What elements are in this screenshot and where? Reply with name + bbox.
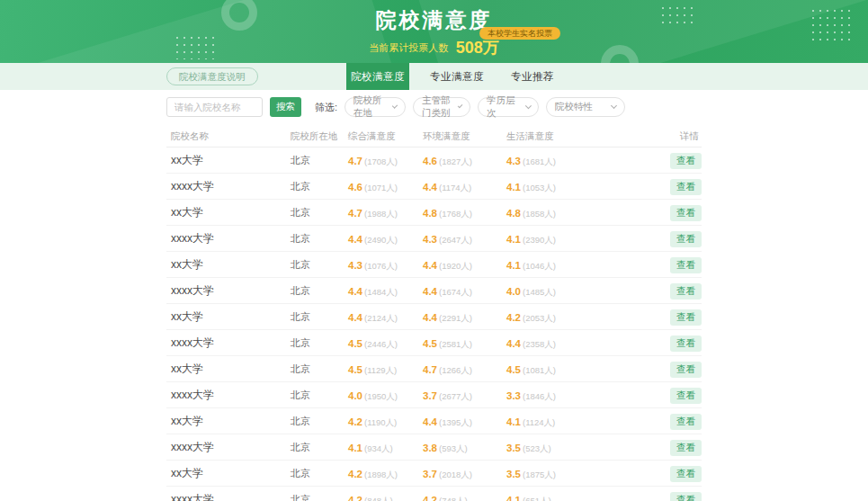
environment-score: 4.6	[423, 156, 437, 166]
college-name: xxxx大学	[171, 179, 291, 194]
life-score: 3.5	[506, 443, 521, 453]
view-details-link[interactable]: 查看	[670, 335, 702, 352]
overall-score: 4.4	[348, 312, 362, 323]
overall-satisfaction-cell: 4.0(1950人)	[348, 387, 423, 403]
environment-score: 3.8	[423, 443, 437, 453]
view-details-link[interactable]: 查看	[670, 257, 702, 273]
environment-score: 4.7	[423, 364, 437, 375]
life-satisfaction-cell: 4.5(1081人)	[506, 361, 614, 377]
filter-dropdown-2[interactable]: 学历层次	[478, 97, 539, 117]
table-row: xxxx大学 北京 4.4(1484人) 4.4(1674人) 4.0(1485…	[166, 278, 702, 304]
table-row: xxxx大学 北京 4.5(2446人) 4.5(2581人) 4.4(2358…	[166, 330, 702, 356]
view-details-link[interactable]: 查看	[670, 309, 702, 326]
overall-vote-count: (1190人)	[364, 417, 397, 427]
college-name: xxxx大学	[171, 283, 291, 299]
life-satisfaction-cell: 4.8(1858人)	[506, 204, 614, 220]
tab-2[interactable]: 专业推荐	[505, 63, 560, 90]
life-satisfaction-cell: 4.3(1681人)	[506, 152, 614, 168]
overall-satisfaction-cell: 4.6(1071人)	[348, 178, 423, 194]
college-location: 北京	[291, 154, 348, 167]
dots-pattern-icon	[810, 7, 855, 43]
overall-score: 4.4	[348, 234, 362, 245]
life-vote-count: (1875人)	[523, 470, 556, 479]
view-details-link[interactable]: 查看	[670, 440, 702, 456]
life-satisfaction-cell: 3.5(523人)	[506, 439, 614, 455]
view-details-link[interactable]: 查看	[670, 231, 702, 247]
table-body: xx大学 北京 4.7(1708人) 4.6(1827人) 4.3(1681人)…	[166, 148, 702, 501]
environment-vote-count: (2647人)	[439, 235, 472, 245]
life-score: 4.1	[506, 260, 521, 271]
life-score: 4.1	[506, 182, 521, 192]
table-row: xx大学 北京 4.7(1708人) 4.6(1827人) 4.3(1681人)…	[166, 148, 702, 174]
environment-vote-count: (2581人)	[439, 339, 472, 349]
environment-vote-count: (1768人)	[439, 209, 472, 219]
view-details-link[interactable]: 查看	[670, 205, 702, 221]
search-button[interactable]: 搜索	[270, 97, 301, 117]
overall-score: 4.4	[348, 286, 362, 297]
filter-dropdown-1[interactable]: 主管部门类别	[413, 97, 470, 117]
life-vote-count: (1053人)	[523, 183, 556, 192]
life-score: 4.4	[506, 338, 521, 349]
environment-score: 4.4	[423, 182, 437, 192]
filter-dropdown-0[interactable]: 院校所在地	[345, 97, 406, 117]
satisfaction-info-button[interactable]: 院校满意度说明	[166, 67, 258, 85]
view-details-link[interactable]: 查看	[670, 362, 702, 378]
life-satisfaction-cell: 4.2(2053人)	[506, 309, 614, 325]
view-details-link[interactable]: 查看	[670, 492, 702, 501]
college-location: 北京	[291, 389, 348, 402]
dropdown-label: 院校特性	[555, 101, 593, 113]
overall-score: 4.0	[348, 390, 362, 401]
overall-score: 4.5	[348, 364, 362, 375]
dropdown-label: 主管部门类别	[422, 94, 453, 120]
college-name: xxxx大学	[171, 335, 291, 351]
view-details-link[interactable]: 查看	[670, 466, 702, 482]
search-input[interactable]	[166, 97, 263, 117]
overall-vote-count: (1708人)	[364, 157, 398, 166]
table-header: 院校名称院校所在地综合满意度环境满意度生活满意度详情	[166, 126, 702, 148]
details-cell: 查看	[614, 308, 702, 326]
life-vote-count: (1046人)	[523, 261, 556, 271]
filter-dropdown-3[interactable]: 院校特性	[546, 97, 625, 117]
tab-0[interactable]: 院校满意度	[346, 63, 409, 90]
environment-vote-count: (593人)	[439, 443, 468, 453]
environment-satisfaction-cell: 4.4(1395人)	[423, 413, 506, 429]
environment-vote-count: (1395人)	[439, 417, 472, 427]
overall-satisfaction-cell: 4.7(1708人)	[348, 152, 423, 168]
life-vote-count: (651人)	[523, 496, 551, 501]
life-vote-count: (2358人)	[523, 339, 556, 349]
view-details-link[interactable]: 查看	[670, 179, 702, 195]
overall-vote-count: (1988人)	[364, 209, 398, 219]
overall-satisfaction-cell: 4.1(934人)	[348, 439, 423, 455]
college-location: 北京	[291, 336, 348, 350]
college-location: 北京	[291, 441, 348, 454]
environment-score: 3.7	[423, 469, 437, 479]
environment-score: 4.4	[423, 416, 437, 427]
life-vote-count: (1858人)	[523, 209, 556, 219]
page-title: 院校满意度	[376, 6, 493, 34]
college-location: 北京	[291, 310, 348, 324]
table-row: xx大学 北京 4.4(2124人) 4.4(2291人) 4.2(2053人)…	[166, 304, 702, 330]
overall-score: 4.2	[348, 495, 362, 501]
life-vote-count: (2053人)	[523, 313, 556, 323]
overall-vote-count: (1898人)	[364, 470, 398, 479]
column-header: 详情	[614, 130, 702, 143]
chevron-down-icon	[458, 103, 463, 109]
details-cell: 查看	[614, 490, 702, 501]
environment-satisfaction-cell: 4.4(1920人)	[423, 256, 506, 273]
vote-count-stats: 当前累计投票人数 508万	[166, 37, 702, 58]
view-details-link[interactable]: 查看	[670, 388, 702, 404]
environment-satisfaction-cell: 4.8(1768人)	[423, 204, 506, 220]
table-row: xx大学 北京 4.3(1076人) 4.4(1920人) 4.1(1046人)…	[166, 252, 702, 278]
page-header: 院校满意度 本校学生实名投票 当前累计投票人数 508万	[0, 0, 868, 63]
overall-satisfaction-cell: 4.4(2124人)	[348, 309, 423, 325]
table-row: xx大学 北京 4.2(1190人) 4.4(1395人) 4.1(1124人)…	[166, 408, 702, 434]
view-details-link[interactable]: 查看	[670, 414, 702, 430]
environment-score: 4.4	[423, 286, 437, 297]
view-details-link[interactable]: 查看	[670, 153, 702, 169]
tab-1[interactable]: 专业满意度	[424, 63, 490, 90]
table-row: xxxx大学 北京 4.2(848人) 4.2(748人) 4.1(651人) …	[166, 487, 702, 501]
view-details-link[interactable]: 查看	[670, 283, 702, 300]
overall-score: 4.7	[348, 208, 362, 219]
overall-score: 4.2	[348, 416, 362, 427]
table-row: xxxx大学 北京 4.0(1950人) 3.7(2677人) 3.3(1846…	[166, 382, 702, 408]
